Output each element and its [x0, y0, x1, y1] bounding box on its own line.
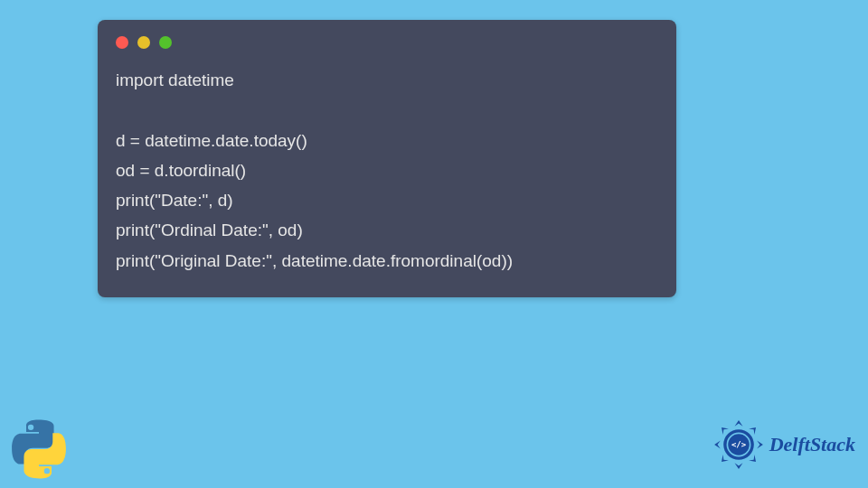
svg-marker-2 [757, 441, 763, 449]
delftstack-badge-icon: </> [713, 419, 764, 470]
delftstack-logo: </> DelftStack [713, 419, 855, 470]
svg-text:</>: </> [731, 440, 746, 449]
window-controls [116, 36, 658, 49]
svg-marker-5 [718, 455, 728, 465]
close-icon [116, 36, 128, 49]
svg-marker-7 [718, 425, 728, 435]
svg-marker-3 [749, 455, 759, 465]
svg-marker-0 [734, 420, 742, 427]
svg-marker-1 [749, 425, 759, 435]
code-block: import datetime d = datetime.date.today(… [116, 65, 658, 276]
maximize-icon [159, 36, 172, 49]
svg-marker-6 [714, 441, 721, 449]
svg-marker-4 [734, 463, 742, 469]
python-logo-icon [7, 418, 71, 481]
delftstack-name: DelftStack [769, 433, 855, 456]
code-window: import datetime d = datetime.date.today(… [98, 20, 676, 297]
minimize-icon [137, 36, 150, 49]
